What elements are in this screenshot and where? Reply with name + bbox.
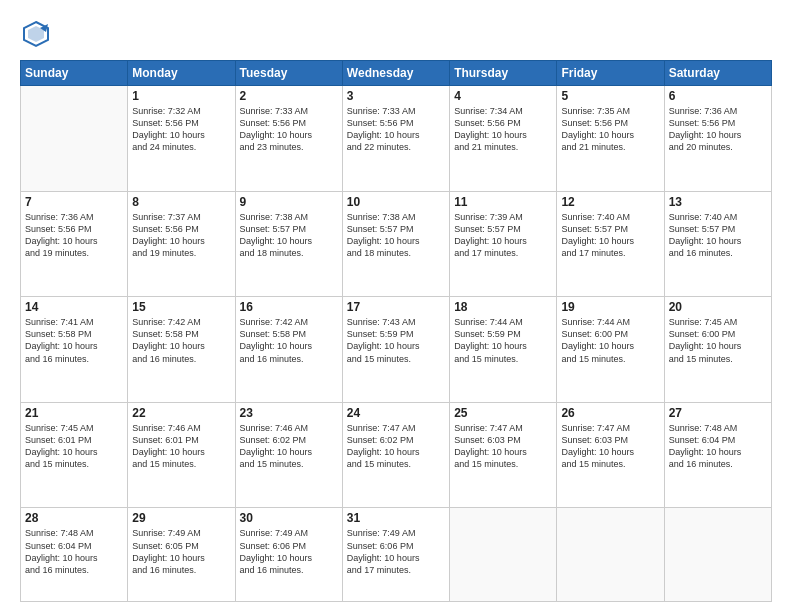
day-cell: 5Sunrise: 7:35 AM Sunset: 5:56 PM Daylig… — [557, 86, 664, 192]
weekday-header-friday: Friday — [557, 61, 664, 86]
header — [20, 18, 772, 50]
day-cell: 9Sunrise: 7:38 AM Sunset: 5:57 PM Daylig… — [235, 191, 342, 297]
logo — [20, 18, 58, 50]
day-number: 6 — [669, 89, 767, 103]
day-info: Sunrise: 7:47 AM Sunset: 6:03 PM Dayligh… — [561, 422, 659, 471]
calendar: SundayMondayTuesdayWednesdayThursdayFrid… — [20, 60, 772, 602]
day-info: Sunrise: 7:47 AM Sunset: 6:02 PM Dayligh… — [347, 422, 445, 471]
day-info: Sunrise: 7:42 AM Sunset: 5:58 PM Dayligh… — [240, 316, 338, 365]
day-info: Sunrise: 7:49 AM Sunset: 6:05 PM Dayligh… — [132, 527, 230, 576]
page: SundayMondayTuesdayWednesdayThursdayFrid… — [0, 0, 792, 612]
day-cell: 25Sunrise: 7:47 AM Sunset: 6:03 PM Dayli… — [450, 402, 557, 508]
day-number: 2 — [240, 89, 338, 103]
weekday-header-tuesday: Tuesday — [235, 61, 342, 86]
day-number: 3 — [347, 89, 445, 103]
day-info: Sunrise: 7:39 AM Sunset: 5:57 PM Dayligh… — [454, 211, 552, 260]
day-cell: 3Sunrise: 7:33 AM Sunset: 5:56 PM Daylig… — [342, 86, 449, 192]
day-info: Sunrise: 7:32 AM Sunset: 5:56 PM Dayligh… — [132, 105, 230, 154]
day-cell: 31Sunrise: 7:49 AM Sunset: 6:06 PM Dayli… — [342, 508, 449, 602]
day-info: Sunrise: 7:46 AM Sunset: 6:01 PM Dayligh… — [132, 422, 230, 471]
day-cell — [557, 508, 664, 602]
day-cell: 6Sunrise: 7:36 AM Sunset: 5:56 PM Daylig… — [664, 86, 771, 192]
day-cell: 18Sunrise: 7:44 AM Sunset: 5:59 PM Dayli… — [450, 297, 557, 403]
day-number: 23 — [240, 406, 338, 420]
day-cell — [450, 508, 557, 602]
day-number: 16 — [240, 300, 338, 314]
day-number: 27 — [669, 406, 767, 420]
day-number: 21 — [25, 406, 123, 420]
day-info: Sunrise: 7:41 AM Sunset: 5:58 PM Dayligh… — [25, 316, 123, 365]
day-number: 13 — [669, 195, 767, 209]
day-number: 1 — [132, 89, 230, 103]
day-info: Sunrise: 7:49 AM Sunset: 6:06 PM Dayligh… — [347, 527, 445, 576]
day-info: Sunrise: 7:43 AM Sunset: 5:59 PM Dayligh… — [347, 316, 445, 365]
day-number: 11 — [454, 195, 552, 209]
day-info: Sunrise: 7:49 AM Sunset: 6:06 PM Dayligh… — [240, 527, 338, 576]
day-info: Sunrise: 7:45 AM Sunset: 6:00 PM Dayligh… — [669, 316, 767, 365]
day-info: Sunrise: 7:46 AM Sunset: 6:02 PM Dayligh… — [240, 422, 338, 471]
day-cell — [21, 86, 128, 192]
day-number: 15 — [132, 300, 230, 314]
day-cell: 15Sunrise: 7:42 AM Sunset: 5:58 PM Dayli… — [128, 297, 235, 403]
day-number: 31 — [347, 511, 445, 525]
day-cell: 4Sunrise: 7:34 AM Sunset: 5:56 PM Daylig… — [450, 86, 557, 192]
day-cell: 29Sunrise: 7:49 AM Sunset: 6:05 PM Dayli… — [128, 508, 235, 602]
day-info: Sunrise: 7:44 AM Sunset: 5:59 PM Dayligh… — [454, 316, 552, 365]
day-info: Sunrise: 7:40 AM Sunset: 5:57 PM Dayligh… — [669, 211, 767, 260]
day-cell: 14Sunrise: 7:41 AM Sunset: 5:58 PM Dayli… — [21, 297, 128, 403]
day-cell: 8Sunrise: 7:37 AM Sunset: 5:56 PM Daylig… — [128, 191, 235, 297]
day-number: 30 — [240, 511, 338, 525]
day-info: Sunrise: 7:45 AM Sunset: 6:01 PM Dayligh… — [25, 422, 123, 471]
weekday-header-row: SundayMondayTuesdayWednesdayThursdayFrid… — [21, 61, 772, 86]
day-info: Sunrise: 7:47 AM Sunset: 6:03 PM Dayligh… — [454, 422, 552, 471]
day-info: Sunrise: 7:48 AM Sunset: 6:04 PM Dayligh… — [25, 527, 123, 576]
day-number: 24 — [347, 406, 445, 420]
weekday-header-sunday: Sunday — [21, 61, 128, 86]
day-cell: 30Sunrise: 7:49 AM Sunset: 6:06 PM Dayli… — [235, 508, 342, 602]
week-row-4: 21Sunrise: 7:45 AM Sunset: 6:01 PM Dayli… — [21, 402, 772, 508]
day-number: 18 — [454, 300, 552, 314]
weekday-header-saturday: Saturday — [664, 61, 771, 86]
day-cell: 22Sunrise: 7:46 AM Sunset: 6:01 PM Dayli… — [128, 402, 235, 508]
day-number: 28 — [25, 511, 123, 525]
day-cell: 21Sunrise: 7:45 AM Sunset: 6:01 PM Dayli… — [21, 402, 128, 508]
day-info: Sunrise: 7:44 AM Sunset: 6:00 PM Dayligh… — [561, 316, 659, 365]
day-number: 10 — [347, 195, 445, 209]
day-info: Sunrise: 7:34 AM Sunset: 5:56 PM Dayligh… — [454, 105, 552, 154]
day-info: Sunrise: 7:42 AM Sunset: 5:58 PM Dayligh… — [132, 316, 230, 365]
day-number: 20 — [669, 300, 767, 314]
day-cell: 24Sunrise: 7:47 AM Sunset: 6:02 PM Dayli… — [342, 402, 449, 508]
week-row-1: 1Sunrise: 7:32 AM Sunset: 5:56 PM Daylig… — [21, 86, 772, 192]
day-cell: 2Sunrise: 7:33 AM Sunset: 5:56 PM Daylig… — [235, 86, 342, 192]
day-number: 12 — [561, 195, 659, 209]
day-info: Sunrise: 7:37 AM Sunset: 5:56 PM Dayligh… — [132, 211, 230, 260]
day-cell: 27Sunrise: 7:48 AM Sunset: 6:04 PM Dayli… — [664, 402, 771, 508]
day-number: 25 — [454, 406, 552, 420]
day-cell: 20Sunrise: 7:45 AM Sunset: 6:00 PM Dayli… — [664, 297, 771, 403]
day-number: 9 — [240, 195, 338, 209]
day-number: 5 — [561, 89, 659, 103]
day-number: 8 — [132, 195, 230, 209]
day-number: 19 — [561, 300, 659, 314]
day-number: 14 — [25, 300, 123, 314]
day-cell: 12Sunrise: 7:40 AM Sunset: 5:57 PM Dayli… — [557, 191, 664, 297]
day-cell: 16Sunrise: 7:42 AM Sunset: 5:58 PM Dayli… — [235, 297, 342, 403]
day-cell: 23Sunrise: 7:46 AM Sunset: 6:02 PM Dayli… — [235, 402, 342, 508]
day-info: Sunrise: 7:33 AM Sunset: 5:56 PM Dayligh… — [240, 105, 338, 154]
day-info: Sunrise: 7:40 AM Sunset: 5:57 PM Dayligh… — [561, 211, 659, 260]
weekday-header-thursday: Thursday — [450, 61, 557, 86]
day-number: 17 — [347, 300, 445, 314]
week-row-3: 14Sunrise: 7:41 AM Sunset: 5:58 PM Dayli… — [21, 297, 772, 403]
day-info: Sunrise: 7:38 AM Sunset: 5:57 PM Dayligh… — [347, 211, 445, 260]
day-cell: 11Sunrise: 7:39 AM Sunset: 5:57 PM Dayli… — [450, 191, 557, 297]
day-cell: 19Sunrise: 7:44 AM Sunset: 6:00 PM Dayli… — [557, 297, 664, 403]
day-cell: 13Sunrise: 7:40 AM Sunset: 5:57 PM Dayli… — [664, 191, 771, 297]
day-number: 7 — [25, 195, 123, 209]
day-cell: 10Sunrise: 7:38 AM Sunset: 5:57 PM Dayli… — [342, 191, 449, 297]
day-cell: 7Sunrise: 7:36 AM Sunset: 5:56 PM Daylig… — [21, 191, 128, 297]
day-info: Sunrise: 7:38 AM Sunset: 5:57 PM Dayligh… — [240, 211, 338, 260]
day-cell — [664, 508, 771, 602]
day-number: 22 — [132, 406, 230, 420]
day-cell: 26Sunrise: 7:47 AM Sunset: 6:03 PM Dayli… — [557, 402, 664, 508]
day-info: Sunrise: 7:48 AM Sunset: 6:04 PM Dayligh… — [669, 422, 767, 471]
